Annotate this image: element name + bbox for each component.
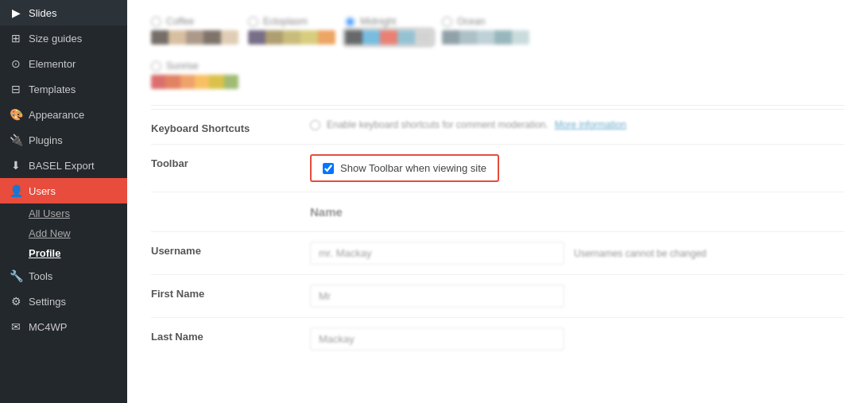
- name-heading-label: [151, 202, 310, 205]
- swatch-26292c: [345, 30, 362, 45]
- swatch-40a0d1: [362, 30, 380, 45]
- swatch-3b3129: [151, 30, 169, 45]
- theme-coffee: Coffee: [151, 16, 238, 45]
- last-name-row: Last Name: [151, 317, 844, 360]
- sidebar-item-tools[interactable]: 🔧Tools: [0, 263, 127, 289]
- theme-name-ectoplasm: Ectoplasm: [263, 16, 308, 27]
- sunrise-swatch-f5a623: [195, 75, 209, 89]
- name-section-row: Name: [151, 192, 844, 231]
- swatch-c0c0c0: [415, 30, 432, 45]
- sidebar-sub-item-add-new[interactable]: Add New: [0, 223, 127, 243]
- name-heading-control: Name: [310, 202, 844, 222]
- keyboard-shortcuts-control: Enable keyboard shortcuts for comment mo…: [310, 119, 844, 130]
- keyboard-shortcuts-row: Keyboard Shortcuts Enable keyboard short…: [151, 109, 844, 144]
- username-note: Usernames cannot be changed: [574, 248, 707, 259]
- content-area: CoffeeEctoplasmMidnightOcean Sunrise Key…: [127, 0, 868, 403]
- first-name-input[interactable]: [310, 285, 564, 308]
- theme-radio-midnight[interactable]: [345, 17, 355, 27]
- username-row: Username Usernames cannot be changed: [151, 231, 844, 274]
- theme-swatches-ocean: [442, 30, 529, 45]
- theme-label-row-midnight: Midnight: [345, 16, 396, 27]
- templates-icon: ⊟: [10, 83, 22, 95]
- first-name-control: [310, 285, 844, 308]
- swatch-c7a57a: [169, 30, 186, 45]
- name-heading: Name: [310, 205, 844, 219]
- last-name-label: Last Name: [151, 327, 310, 343]
- sidebar-item-elementor[interactable]: ⊙Elementor: [0, 51, 127, 76]
- elementor-icon: ⊙: [10, 57, 22, 70]
- theme-swatches-coffee: [151, 30, 238, 45]
- swatch-8aa7af: [459, 30, 477, 45]
- sidebar-item-users[interactable]: 👤Users: [0, 178, 127, 203]
- swatch-e57f22: [318, 30, 335, 45]
- swatch-c8b84a: [300, 30, 318, 45]
- sidebar-item-slides[interactable]: ▶Slides: [0, 0, 127, 25]
- sidebar-item-label-settings: Settings: [29, 296, 66, 308]
- toolbar-row: Toolbar Show Toolbar when viewing site: [151, 144, 844, 192]
- sunrise-swatches: [151, 75, 238, 89]
- plugins-icon: 🔌: [10, 134, 22, 146]
- main-content: CoffeeEctoplasmMidnightOcean Sunrise Key…: [127, 0, 868, 403]
- theme-midnight: Midnight: [345, 16, 432, 45]
- theme-ocean: Ocean: [442, 16, 529, 45]
- sidebar-item-plugins[interactable]: 🔌Plugins: [0, 127, 127, 153]
- swatch-d4b896: [221, 30, 238, 45]
- sidebar-item-size-guides[interactable]: ⊞Size guides: [0, 25, 127, 51]
- color-themes-section: CoffeeEctoplasmMidnightOcean: [151, 16, 844, 45]
- theme-label-row-ocean: Ocean: [442, 16, 485, 27]
- swatch-627c83: [442, 30, 459, 45]
- theme-name-midnight: Midnight: [360, 16, 396, 27]
- tools-icon: 🔧: [10, 269, 22, 282]
- sidebar-item-settings[interactable]: ⚙Settings: [0, 289, 127, 314]
- theme-label-row-coffee: Coffee: [151, 16, 194, 27]
- theme-swatches-ectoplasm: [248, 30, 335, 45]
- sidebar-item-basel-export[interactable]: ⬇BASEL Export: [0, 153, 127, 178]
- sidebar-item-label-mc4wp: MC4WP: [29, 321, 67, 333]
- toolbar-checkbox-container[interactable]: Show Toolbar when viewing site: [310, 154, 499, 182]
- theme-name-ocean: Ocean: [457, 16, 485, 27]
- sidebar-item-label-slides: Slides: [29, 7, 56, 19]
- sunrise-radio[interactable]: [151, 61, 161, 72]
- theme-radio-ectoplasm[interactable]: [248, 17, 258, 27]
- toolbar-checkbox[interactable]: [323, 163, 334, 174]
- first-name-row: First Name: [151, 274, 844, 317]
- last-name-input[interactable]: [310, 327, 564, 351]
- toolbar-control: Show Toolbar when viewing site: [310, 154, 844, 182]
- sidebar-sub-item-profile[interactable]: Profile: [0, 243, 127, 263]
- sunrise-theme-row: Sunrise: [151, 60, 844, 89]
- sidebar-item-label-basel-export: BASEL Export: [29, 160, 95, 172]
- theme-radio-ocean[interactable]: [442, 17, 452, 27]
- size-guides-icon: ⊞: [10, 32, 22, 45]
- sidebar-item-label-elementor: Elementor: [29, 58, 76, 70]
- keyboard-shortcuts-link[interactable]: More information: [555, 119, 626, 130]
- swatch-b3a044: [283, 30, 300, 45]
- sidebar-item-appearance[interactable]: 🎨Appearance: [0, 102, 127, 127]
- sunrise-swatch-c9a800: [209, 75, 223, 89]
- sidebar: ▶Slides⊞Size guides⊙Elementor⊟Templates🎨…: [0, 0, 127, 403]
- swatch-b5cdd0: [512, 30, 529, 45]
- theme-radio-coffee[interactable]: [151, 17, 161, 27]
- mc4wp-icon: ✉: [10, 320, 22, 333]
- slides-icon: ▶: [10, 6, 22, 19]
- swatch-4a3a2e: [203, 30, 221, 45]
- appearance-icon: 🎨: [10, 108, 22, 121]
- swatch-413256: [248, 30, 265, 45]
- basel-export-icon: ⬇: [10, 159, 22, 172]
- sidebar-item-label-templates: Templates: [29, 83, 76, 95]
- sidebar-sub-item-all-users[interactable]: All Users: [0, 203, 127, 223]
- theme-ectoplasm: Ectoplasm: [248, 16, 335, 45]
- username-input[interactable]: [310, 242, 564, 265]
- sidebar-item-label-plugins: Plugins: [29, 134, 63, 146]
- sunrise-label: Sunrise: [166, 60, 199, 72]
- first-name-label: First Name: [151, 285, 310, 300]
- keyboard-shortcuts-radio[interactable]: [310, 120, 320, 130]
- username-control: Usernames cannot be changed: [310, 242, 844, 265]
- sunrise-swatch-c33: [151, 75, 165, 89]
- sidebar-item-templates[interactable]: ⊟Templates: [0, 76, 127, 102]
- swatch-e04b3a: [380, 30, 397, 45]
- toolbar-checkbox-label: Show Toolbar when viewing site: [340, 162, 486, 174]
- swatch-8e7635: [265, 30, 283, 45]
- theme-swatches-midnight: [345, 30, 432, 45]
- keyboard-shortcuts-label: Keyboard Shortcuts: [151, 119, 310, 134]
- sidebar-item-mc4wp[interactable]: ✉MC4WP: [0, 314, 127, 339]
